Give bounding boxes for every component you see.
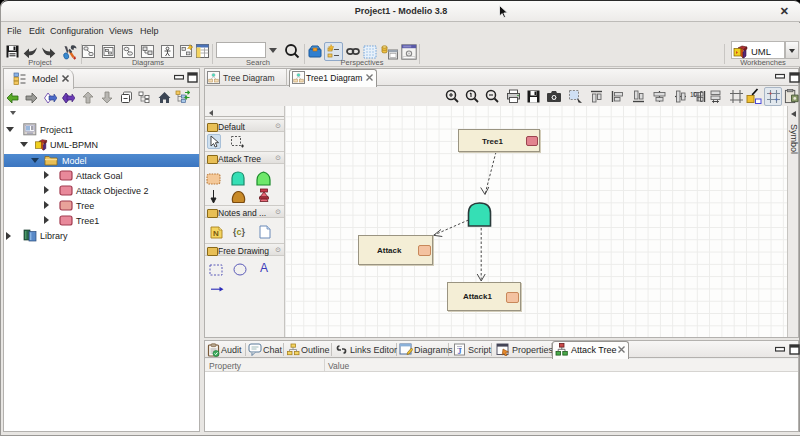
svg-text:N: N	[213, 229, 219, 238]
svg-text:10: 10	[690, 91, 698, 98]
svg-text:J: J	[458, 347, 462, 356]
